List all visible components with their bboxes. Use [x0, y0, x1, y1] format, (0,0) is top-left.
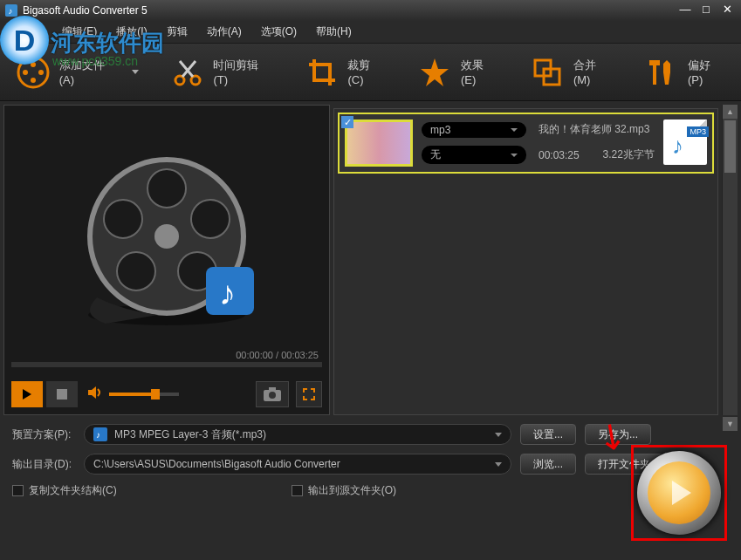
svg-rect-15: [649, 60, 660, 65]
fullscreen-button[interactable]: [296, 381, 322, 407]
menu-clip[interactable]: 剪辑: [167, 24, 188, 39]
preview-image: ♪: [4, 106, 329, 367]
duration-label: 00:03:25: [539, 149, 591, 161]
toolbar: 添加文件(A) 时间剪辑(T) 裁剪(C) 效果(E) 合并(M) 偏好(P): [0, 44, 741, 101]
settings-button[interactable]: 设置...: [520, 424, 576, 445]
chevron-down-icon: [495, 433, 502, 437]
menu-play[interactable]: 播放(I): [116, 24, 147, 39]
size-label: 3.22兆字节: [603, 147, 655, 162]
svg-point-31: [269, 392, 276, 399]
svg-line-10: [180, 61, 193, 77]
profile-label: 预置方案(P):: [12, 427, 75, 442]
svg-point-4: [38, 70, 44, 75]
crop-icon: [305, 55, 340, 90]
snapshot-button[interactable]: [256, 381, 289, 407]
preferences-button[interactable]: 偏好(P): [628, 44, 741, 100]
volume-slider[interactable]: [109, 393, 179, 396]
file-list: ✓ mp3 我的！体育老师 32.mp3 无 00:03:25 3.22兆字节 …: [333, 108, 718, 415]
svg-point-20: [191, 200, 230, 238]
trim-button[interactable]: 时间剪辑(T): [154, 44, 289, 100]
convert-button[interactable]: [637, 451, 721, 535]
output-label: 输出目录(D):: [12, 457, 75, 472]
maximize-button[interactable]: □: [697, 3, 715, 17]
chevron-down-icon: [132, 70, 139, 74]
output-source-checkbox[interactable]: 输出到源文件夹(O): [292, 483, 396, 498]
merge-button[interactable]: 合并(M): [514, 44, 628, 100]
scroll-up-icon[interactable]: ▲: [723, 105, 738, 119]
svg-marker-26: [23, 389, 31, 400]
crop-button[interactable]: 裁剪(C): [289, 44, 402, 100]
add-file-button[interactable]: 添加文件(A): [0, 44, 154, 100]
play-icon: [672, 481, 691, 505]
svg-point-5: [31, 78, 36, 83]
svg-point-18: [154, 224, 179, 249]
menu-bar: 文件(F) 编辑(E) 播放(I) 剪辑 动作(A) 选项(O) 帮助(H): [0, 21, 741, 44]
svg-marker-28: [88, 386, 96, 399]
window-title: Bigasoft Audio Converter 5: [23, 4, 148, 17]
subtitle-dropdown[interactable]: 无: [422, 146, 526, 164]
format-dropdown[interactable]: mp3: [422, 122, 526, 138]
svg-point-7: [175, 76, 184, 85]
svg-point-8: [191, 76, 200, 85]
mp3-icon: ♪: [93, 427, 107, 441]
star-icon: [417, 55, 452, 90]
scrollbar[interactable]: ▲ ▼: [722, 105, 738, 415]
seek-bar[interactable]: [11, 362, 322, 367]
profile-dropdown[interactable]: ♪ MP3 MPEG Layer-3 音频(*.mp3): [84, 424, 511, 445]
play-button[interactable]: [11, 381, 43, 407]
checkbox-icon[interactable]: ✓: [341, 116, 353, 128]
svg-rect-27: [57, 389, 67, 400]
menu-help[interactable]: 帮助(H): [316, 24, 352, 39]
svg-text:♪: ♪: [96, 430, 100, 440]
thumbnail: [345, 120, 413, 167]
annotation-box: [631, 445, 727, 541]
file-name: 我的！体育老师 32.mp3: [539, 122, 655, 137]
chevron-down-icon: [495, 462, 502, 467]
scroll-thumb[interactable]: [724, 120, 736, 173]
file-item[interactable]: ✓ mp3 我的！体育老师 32.mp3 无 00:03:25 3.22兆字节 …: [338, 113, 714, 174]
svg-text:♪: ♪: [219, 275, 236, 311]
menu-option[interactable]: 选项(O): [261, 24, 297, 39]
tools-icon: [644, 55, 679, 90]
film-reel-icon: [16, 55, 51, 90]
svg-point-6: [23, 70, 28, 75]
app-icon: ♪: [5, 4, 17, 17]
scroll-down-icon[interactable]: ▼: [723, 417, 738, 431]
merge-icon: [530, 55, 565, 90]
close-button[interactable]: ✕: [718, 3, 736, 17]
menu-edit[interactable]: 编辑(E): [62, 24, 97, 39]
volume-icon[interactable]: [88, 386, 104, 403]
menu-action[interactable]: 动作(A): [207, 24, 242, 39]
svg-line-9: [182, 61, 196, 77]
scissors-icon: [170, 55, 205, 90]
svg-rect-30: [269, 387, 276, 391]
svg-text:♪: ♪: [9, 6, 13, 16]
svg-point-23: [104, 200, 142, 238]
minimize-button[interactable]: —: [676, 3, 694, 17]
browse-button[interactable]: 浏览...: [520, 454, 576, 475]
file-type-icon: MP3 ♪: [663, 120, 707, 165]
copy-structure-checkbox[interactable]: 复制文件夹结构(C): [12, 483, 117, 498]
svg-point-22: [117, 252, 155, 290]
stop-button[interactable]: [46, 381, 78, 407]
output-path-dropdown[interactable]: C:\Users\ASUS\Documents\Bigasoft Audio C…: [84, 454, 511, 475]
preview-panel: ♪ 00:00:00 / 00:03:25: [3, 105, 330, 415]
time-display: 00:00:00 / 00:03:25: [236, 350, 319, 360]
svg-point-3: [31, 62, 36, 67]
effect-button[interactable]: 效果(E): [401, 44, 514, 100]
svg-marker-11: [421, 58, 449, 86]
menu-file[interactable]: 文件(F): [9, 24, 43, 39]
svg-point-19: [148, 169, 186, 208]
